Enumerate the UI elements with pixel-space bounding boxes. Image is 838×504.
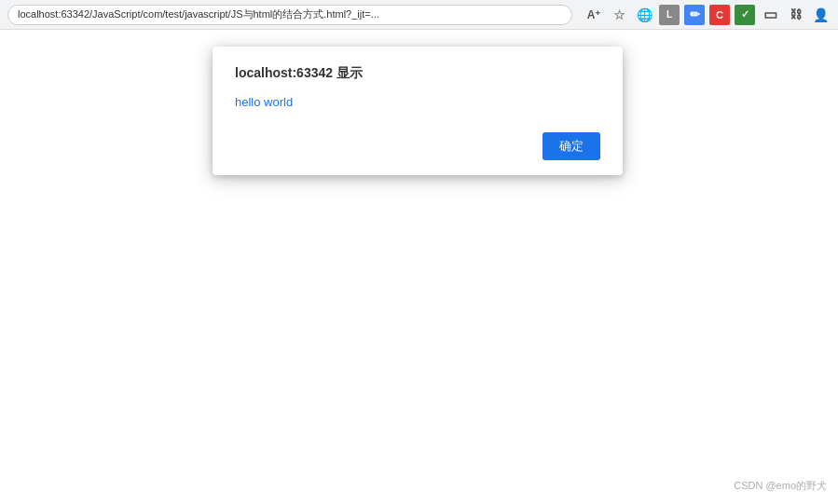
alert-overlay: localhost:63342 显示 hello world 确定 [0, 30, 838, 504]
alert-title: localhost:63342 显示 [235, 65, 600, 82]
ext-pen-icon[interactable]: ✏ [684, 5, 705, 25]
ext-user-icon[interactable]: 👤 [810, 5, 831, 25]
url-text: localhost:63342/JavaScript/com/test/java… [18, 7, 379, 21]
ext-c-icon[interactable]: C [709, 5, 730, 25]
read-mode-icon[interactable]: A⁺ [584, 5, 604, 25]
toolbar-icons: A⁺ ☆ 🌐 L ✏ C ✓ ▭ ⛓ 👤 [584, 5, 831, 25]
ext-l-icon[interactable]: L [659, 5, 680, 25]
favorites-icon[interactable]: ☆ [609, 5, 629, 25]
alert-message: hello world [235, 95, 600, 114]
ext-globe-icon[interactable]: 🌐 [634, 5, 654, 25]
ext-tablet-icon[interactable]: ▭ [760, 5, 780, 25]
ext-shield-icon[interactable]: ✓ [735, 5, 755, 25]
url-bar[interactable]: localhost:63342/JavaScript/com/test/java… [7, 5, 572, 25]
ext-link-icon[interactable]: ⛓ [785, 5, 805, 25]
confirm-button[interactable]: 确定 [543, 132, 600, 160]
watermark: CSDN @emo的野犬 [734, 479, 827, 493]
alert-dialog: localhost:63342 显示 hello world 确定 [213, 47, 623, 175]
page-content: localhost:63342 显示 hello world 确定 CSDN @… [0, 30, 838, 504]
browser-toolbar: localhost:63342/JavaScript/com/test/java… [0, 0, 838, 30]
alert-footer: 确定 [235, 132, 600, 160]
